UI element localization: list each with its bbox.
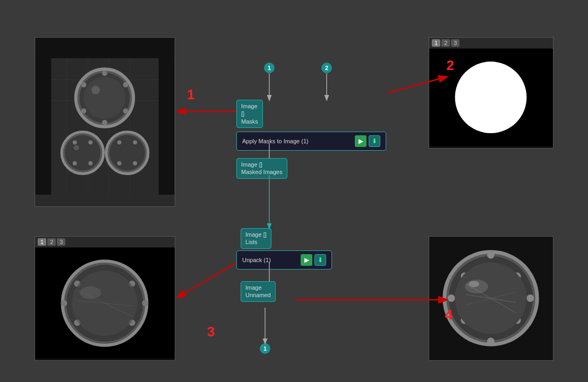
apply-masks-label: Apply Masks to Image (1) bbox=[242, 138, 353, 144]
panel-bl-tab-3[interactable]: 3 bbox=[57, 238, 65, 246]
apply-masks-dl-button[interactable]: ⬇ bbox=[369, 135, 380, 147]
svg-point-28 bbox=[117, 140, 122, 144]
node-masked-images: Image [] Masked Images bbox=[236, 158, 287, 179]
node-image-masks: Image [] Masks bbox=[236, 100, 263, 128]
input-badge-1: 1 bbox=[264, 63, 275, 73]
top-left-panel bbox=[35, 37, 175, 207]
input-badge-2: 2 bbox=[321, 63, 332, 73]
svg-point-44 bbox=[142, 300, 148, 307]
svg-point-30 bbox=[117, 161, 122, 166]
svg-point-43 bbox=[61, 300, 67, 307]
svg-point-35 bbox=[455, 62, 527, 133]
panel-bl-tabs: 1 2 3 bbox=[35, 237, 175, 247]
panel-tr-tab-3[interactable]: 3 bbox=[451, 39, 459, 47]
apply-masks-play-button[interactable]: ▶ bbox=[355, 135, 367, 147]
svg-point-15 bbox=[81, 108, 87, 114]
svg-point-57 bbox=[526, 294, 534, 302]
svg-point-18 bbox=[102, 120, 107, 125]
svg-point-13 bbox=[81, 82, 87, 88]
panel-bl-tab-2[interactable]: 2 bbox=[47, 238, 56, 246]
svg-point-25 bbox=[88, 161, 92, 166]
svg-point-17 bbox=[102, 71, 107, 76]
unpack-label: Unpack (1) bbox=[242, 257, 299, 263]
svg-point-56 bbox=[448, 294, 455, 302]
output-badge-1: 1 bbox=[260, 343, 270, 354]
svg-point-23 bbox=[88, 140, 92, 144]
svg-line-74 bbox=[178, 263, 236, 297]
top-right-panel: 1 2 3 bbox=[429, 37, 553, 149]
svg-point-48 bbox=[80, 286, 101, 299]
panel-bl-tab-1[interactable]: 1 bbox=[38, 238, 46, 246]
svg-rect-3 bbox=[159, 38, 175, 195]
bottom-right-panel bbox=[429, 236, 553, 361]
node-image-unnamed: Image Unnamed bbox=[241, 281, 276, 302]
svg-point-31 bbox=[133, 161, 137, 166]
svg-point-19 bbox=[84, 77, 126, 119]
svg-point-32 bbox=[91, 86, 100, 94]
svg-point-24 bbox=[73, 161, 77, 166]
node-image-lists: Image [] Lists bbox=[241, 228, 271, 249]
panel-tr-tab-2[interactable]: 2 bbox=[441, 39, 450, 47]
svg-point-27 bbox=[109, 135, 145, 171]
node-unpack: Unpack (1) ▶ ⬇ bbox=[236, 250, 332, 270]
svg-rect-2 bbox=[36, 38, 52, 195]
red-label-3: 3 bbox=[207, 324, 215, 340]
unpack-play-button[interactable]: ▶ bbox=[301, 254, 312, 266]
svg-point-59 bbox=[487, 337, 495, 345]
panel-tr-tab-1[interactable]: 1 bbox=[432, 39, 440, 47]
svg-point-14 bbox=[123, 82, 129, 88]
svg-point-21 bbox=[65, 135, 100, 171]
bottom-left-panel: 1 2 3 bbox=[35, 236, 175, 361]
panel-tr-tabs: 1 2 3 bbox=[429, 38, 553, 48]
svg-point-65 bbox=[468, 281, 479, 287]
svg-point-22 bbox=[73, 140, 77, 144]
red-label-1: 1 bbox=[187, 86, 194, 103]
red-label-4: 4 bbox=[445, 307, 453, 323]
svg-point-29 bbox=[133, 140, 137, 144]
red-label-2: 2 bbox=[447, 57, 454, 74]
svg-rect-1 bbox=[36, 38, 174, 58]
svg-point-58 bbox=[487, 251, 495, 259]
svg-point-16 bbox=[123, 108, 129, 114]
unpack-dl-button[interactable]: ⬇ bbox=[314, 254, 326, 266]
svg-point-33 bbox=[74, 145, 79, 150]
node-apply-masks: Apply Masks to Image (1) ▶ ⬇ bbox=[236, 132, 386, 151]
